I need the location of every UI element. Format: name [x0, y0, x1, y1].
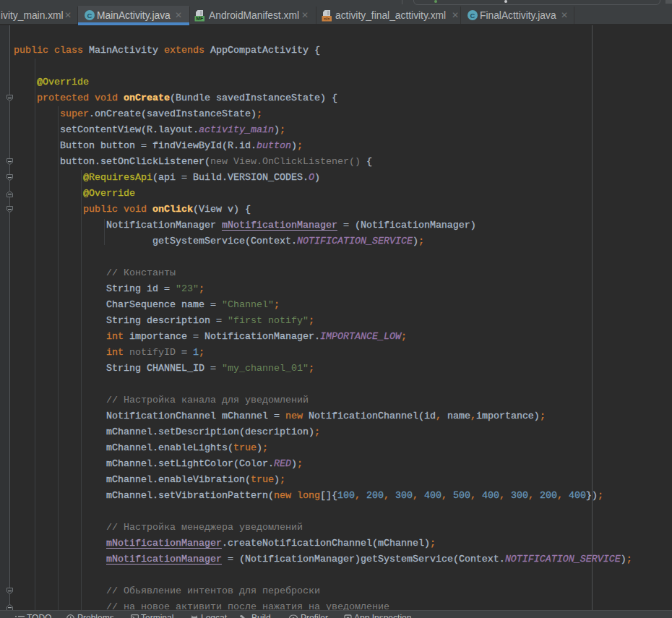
svg-text:MF: MF — [196, 16, 204, 21]
svg-text:C: C — [87, 12, 92, 20]
svg-text:C: C — [470, 12, 475, 20]
svg-text:</>: </> — [324, 17, 330, 21]
